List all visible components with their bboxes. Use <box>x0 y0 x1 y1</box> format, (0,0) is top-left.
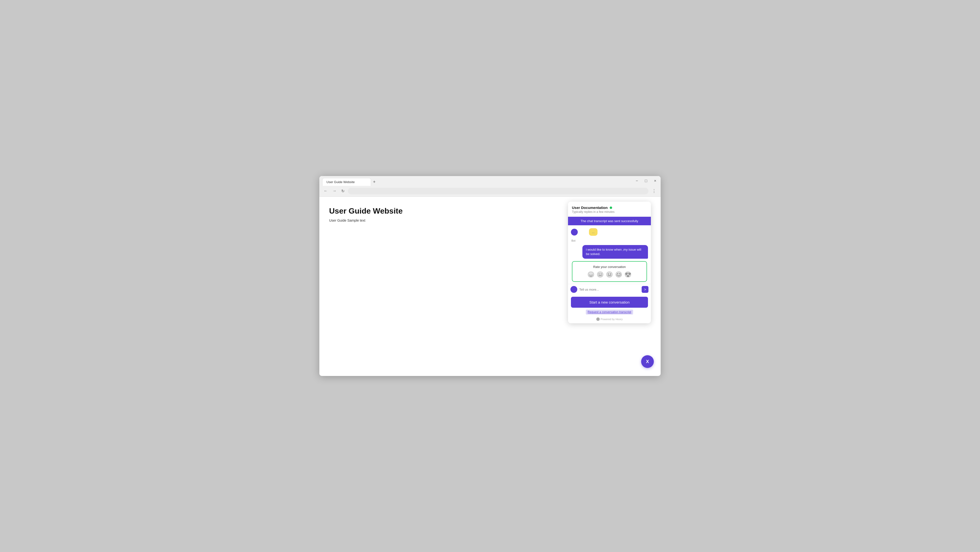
chat-scroll-area[interactable]: ... Bot i would like to know when ,my is… <box>568 225 651 284</box>
browser-chrome: User Guide Website + − □ × ← → ↻ ⋮ <box>319 176 661 197</box>
powered-by: Powered by Hoory <box>568 316 651 323</box>
transcript-link[interactable]: Request a conversation transcript <box>586 310 633 315</box>
active-tab[interactable]: User Guide Website <box>322 178 371 186</box>
rate-emoji-5[interactable]: 😍 <box>624 271 632 278</box>
reload-button[interactable]: ↻ <box>340 188 346 194</box>
browser-window: User Guide Website + − □ × ← → ↻ ⋮ User … <box>319 176 661 376</box>
partial-message: ... <box>589 228 598 236</box>
chat-float-button[interactable]: X <box>641 355 654 368</box>
rate-emoji-2[interactable]: 😑 <box>597 271 604 278</box>
chat-title: User Documentation <box>572 205 608 210</box>
chat-input[interactable] <box>579 288 640 291</box>
powered-icon <box>596 317 600 321</box>
minimize-button[interactable]: − <box>634 178 640 184</box>
user-message: i would like to know when ,my issue will… <box>582 245 648 259</box>
page-content: User Guide Website User Guide Sample tex… <box>319 197 661 375</box>
chat-messages: ... Bot i would like to know when ,my is… <box>568 225 651 284</box>
rate-emoji-3[interactable]: 😐 <box>606 271 613 278</box>
window-controls: − □ × <box>634 178 658 186</box>
address-bar-row: ← → ↻ ⋮ <box>319 186 661 197</box>
chat-send-button[interactable]: > <box>642 286 649 293</box>
rate-emoji-4[interactable]: 😊 <box>615 271 622 278</box>
start-new-conversation-button[interactable]: Start a new conversation <box>571 297 648 308</box>
forward-button[interactable]: → <box>331 188 338 194</box>
chat-header-info: User Documentation Typically replies in … <box>572 205 614 213</box>
notification-banner: The chat transcript was sent successfull… <box>568 217 651 225</box>
maximize-button[interactable]: □ <box>643 178 649 184</box>
chat-header: User Documentation Typically replies in … <box>568 202 651 217</box>
rate-emojis[interactable]: 😞 😑 😐 😊 😍 <box>575 271 644 278</box>
rate-conversation-box: Rate your conversation 😞 😑 😐 😊 😍 <box>572 261 647 282</box>
chat-avatar <box>570 286 577 293</box>
back-button[interactable]: ← <box>322 188 329 194</box>
chat-widget: User Documentation Typically replies in … <box>568 202 651 323</box>
chat-input-row: > <box>568 284 651 295</box>
chat-subtitle: Typically replies in a few minutes <box>572 210 614 213</box>
tab-label: User Guide Website <box>326 180 355 184</box>
bot-label: Bot <box>571 239 648 242</box>
online-status-dot <box>610 207 612 209</box>
new-tab-button[interactable]: + <box>371 178 378 186</box>
powered-by-text: Powered by Hoory <box>601 318 623 321</box>
more-button[interactable]: ⋮ <box>651 187 658 194</box>
rate-emoji-1[interactable]: 😞 <box>587 271 595 278</box>
close-button[interactable]: × <box>652 178 658 184</box>
rate-title: Rate your conversation <box>575 265 644 269</box>
address-bar-input[interactable] <box>348 188 649 194</box>
